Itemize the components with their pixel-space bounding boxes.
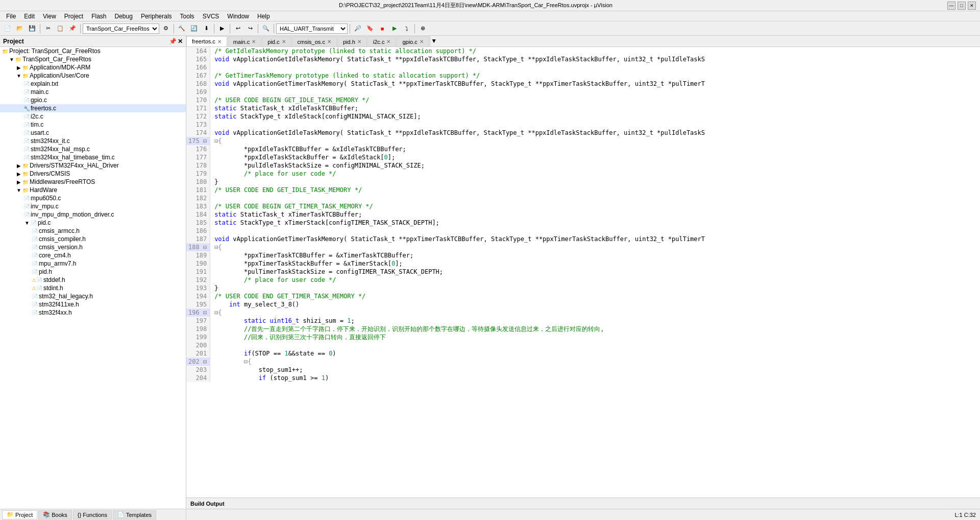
tree-item-cmsis-compiler[interactable]: 📄 cmsis_compiler.h bbox=[0, 235, 186, 243]
tree-item-drivers-cmsis[interactable]: ▶ 📁 Drivers/CMSIS bbox=[0, 170, 186, 178]
tree-item-explain[interactable]: 📄 explain.txt bbox=[0, 80, 186, 88]
tree-item-i2c-c[interactable]: 📄 i2c.c bbox=[0, 112, 186, 121]
tree-item-gpio-c[interactable]: 📄 gpio.c bbox=[0, 96, 186, 104]
tab-close-pid-h[interactable]: ✕ bbox=[357, 39, 361, 44]
tree-item-cmsis-armcc[interactable]: 📄 cmsis_armcc.h bbox=[0, 227, 186, 235]
tree-item-app-user[interactable]: ▼ 📁 Application/User/Core bbox=[0, 72, 186, 80]
tab-close-i2c[interactable]: ✕ bbox=[386, 39, 390, 44]
tree-item-tim-c[interactable]: 📄 tim.c bbox=[0, 121, 186, 129]
tree-item-stm32-it[interactable]: 📄 stm32f4xx_it.c bbox=[0, 137, 186, 145]
paste-button[interactable]: 📌 bbox=[67, 23, 78, 34]
menu-item-help[interactable]: Help bbox=[253, 11, 274, 21]
expander-app-user[interactable]: ▼ bbox=[15, 73, 22, 79]
tab-i2c-c[interactable]: i2c.c ✕ bbox=[368, 36, 397, 46]
tab-close-main[interactable]: ✕ bbox=[252, 39, 256, 44]
close-button[interactable]: ✕ bbox=[968, 2, 976, 10]
tree-item-freertos[interactable]: 🔧 freertos.c bbox=[0, 104, 186, 112]
tree-item-stm32f4xx[interactable]: 📄 stm32f4xx.h bbox=[0, 309, 186, 317]
menu-item-debug[interactable]: Debug bbox=[111, 11, 137, 21]
step-button[interactable]: ⤵ bbox=[401, 23, 412, 34]
tree-item-stdint-h[interactable]: ⚠📄 stdint.h bbox=[0, 284, 186, 292]
tree-item-stddef-h[interactable]: ⚠📄 stddef.h bbox=[0, 276, 186, 284]
tab-scroll-button[interactable]: ▼ bbox=[430, 36, 438, 46]
tab-templates[interactable]: 📄 Templates bbox=[113, 510, 156, 519]
open-button[interactable]: 📂 bbox=[14, 23, 26, 34]
tree-item-pid-c[interactable]: ▼ 📄 pid.c bbox=[0, 219, 186, 227]
tab-pid-c[interactable]: pid.c ✕ bbox=[262, 36, 291, 46]
cut-button[interactable]: ✂ bbox=[42, 23, 54, 34]
menu-item-flash[interactable]: Flash bbox=[87, 11, 110, 21]
tab-books[interactable]: 📚 Books bbox=[38, 510, 72, 519]
tree-item-pid-h[interactable]: 📄 pid.h bbox=[0, 268, 186, 276]
menu-item-svcs[interactable]: SVCS bbox=[199, 11, 224, 21]
expander-pid-c[interactable]: ▼ bbox=[23, 220, 31, 226]
tree-item-stm32f411xe[interactable]: 📄 stm32f411xe.h bbox=[0, 300, 186, 309]
tree-item-cmsis-version[interactable]: 📄 cmsis_version.h bbox=[0, 243, 186, 251]
menu-item-project[interactable]: Project bbox=[60, 11, 87, 21]
sidebar-close-icon[interactable]: ✕ bbox=[178, 38, 183, 45]
func-dropdown[interactable]: HAL_UART_Transmit bbox=[276, 23, 348, 34]
tab-freertos-c[interactable]: freertos.c ✕ bbox=[186, 36, 227, 46]
tab-close-gpio[interactable]: ✕ bbox=[420, 39, 424, 44]
code-editor[interactable]: 164 165 166 167 168 169 170 171 172 173 … bbox=[186, 47, 980, 498]
tree-item-usart-c[interactable]: 📄 usart.c bbox=[0, 129, 186, 137]
tree-item-hardware[interactable]: ▼ 📁 HardWare bbox=[0, 186, 186, 194]
copy-button[interactable]: 📋 bbox=[55, 23, 66, 34]
tab-functions[interactable]: {} Functions bbox=[73, 510, 112, 519]
run-button[interactable]: ▶ bbox=[389, 23, 400, 34]
tree-area[interactable]: 📁 Project: TranSport_Car_FreeRtos ▼ 📁 Tr… bbox=[0, 47, 186, 509]
project-dropdown[interactable]: TranSport_Car_FreeRtos bbox=[83, 23, 159, 34]
tree-item-app-mdk[interactable]: ▶ 📁 Application/MDK-ARM bbox=[0, 63, 186, 72]
tree-item-core-cm4[interactable]: 📄 core_cm4.h bbox=[0, 251, 186, 259]
stop-button[interactable]: ■ bbox=[377, 23, 388, 34]
tree-item-main-c[interactable]: 📄 main.c bbox=[0, 88, 186, 96]
build-button[interactable]: 🔨 bbox=[176, 23, 187, 34]
tree-item-drivers-stm32[interactable]: ▶ 📁 Drivers/STM32F4xx_HAL_Driver bbox=[0, 161, 186, 170]
expander-cmsis[interactable]: ▶ bbox=[15, 171, 22, 177]
tree-item-stm32-hal-legacy[interactable]: 📄 stm32_hal_legacy.h bbox=[0, 292, 186, 300]
more-tools[interactable]: 🔎 bbox=[352, 23, 363, 34]
tab-gpio-c[interactable]: gpio.c ✕ bbox=[397, 36, 429, 46]
tree-item-stm32-msp[interactable]: 📄 stm32f4xx_hal_msp.c bbox=[0, 145, 186, 153]
find-button[interactable]: 🔍 bbox=[260, 23, 272, 34]
minimize-button[interactable]: — bbox=[947, 2, 955, 10]
tab-cmsis-os-c[interactable]: cmsis_os.c ✕ bbox=[292, 36, 337, 46]
save-button[interactable]: 💾 bbox=[27, 23, 38, 34]
sidebar-pin-icon[interactable]: 📌 bbox=[169, 38, 177, 45]
menu-item-edit[interactable]: Edit bbox=[20, 11, 39, 21]
menu-item-view[interactable]: View bbox=[39, 11, 60, 21]
rebuild-button[interactable]: 🔄 bbox=[188, 23, 200, 34]
tab-close-cmsis-os[interactable]: ✕ bbox=[327, 39, 331, 44]
tree-item-inv-mpu[interactable]: 📄 inv_mpu.c bbox=[0, 202, 186, 210]
new-button[interactable]: 📄 bbox=[2, 23, 13, 34]
target-options[interactable]: ⚙ bbox=[160, 23, 172, 34]
tree-item-mpu-armv7[interactable]: 📄 mpu_armv7.h bbox=[0, 259, 186, 268]
undo-button[interactable]: ↩ bbox=[232, 23, 243, 34]
debug-button[interactable]: ▶ bbox=[216, 23, 228, 34]
expander-app-mdk[interactable]: ▶ bbox=[15, 65, 22, 70]
menu-item-tools[interactable]: Tools bbox=[176, 11, 199, 21]
tab-project[interactable]: 📁 Project bbox=[2, 510, 37, 519]
maximize-button[interactable]: □ bbox=[958, 2, 966, 10]
redo-button[interactable]: ↪ bbox=[244, 23, 256, 34]
tree-item-stm32-timebase[interactable]: 📄 stm32f4xx_hal_timebase_tim.c bbox=[0, 153, 186, 161]
tree-item-transport[interactable]: ▼ 📁 TranSport_Car_FreeRtos bbox=[0, 55, 186, 63]
menu-item-file[interactable]: File bbox=[2, 11, 20, 21]
expander-middlewares[interactable]: ▶ bbox=[15, 179, 22, 185]
bookmark-button[interactable]: 🔖 bbox=[364, 23, 376, 34]
tree-item-mpu6050[interactable]: 📄 mpu6050.c bbox=[0, 194, 186, 202]
expander-transport[interactable]: ▼ bbox=[8, 57, 15, 62]
tab-close-pid[interactable]: ✕ bbox=[282, 39, 286, 44]
zoom-button[interactable]: ⊕ bbox=[417, 23, 428, 34]
tree-item-inv-dmp[interactable]: 📄 inv_mpu_dmp_motion_driver.c bbox=[0, 210, 186, 219]
tree-item-middlewares[interactable]: ▶ 📁 Middlewares/FreeRTOS bbox=[0, 178, 186, 186]
download-button[interactable]: ⬇ bbox=[201, 23, 212, 34]
tab-pid-h[interactable]: pid.h ✕ bbox=[337, 36, 367, 46]
expander-hardware[interactable]: ▼ bbox=[15, 187, 22, 193]
tab-main-c[interactable]: main.c ✕ bbox=[228, 36, 261, 46]
menu-item-window[interactable]: Window bbox=[223, 11, 253, 21]
tab-close-freertos[interactable]: ✕ bbox=[217, 39, 222, 44]
tree-root-project[interactable]: 📁 Project: TranSport_Car_FreeRtos bbox=[0, 47, 186, 55]
expander-drivers-stm32[interactable]: ▶ bbox=[15, 163, 22, 169]
menu-item-peripherals[interactable]: Peripherals bbox=[137, 11, 176, 21]
